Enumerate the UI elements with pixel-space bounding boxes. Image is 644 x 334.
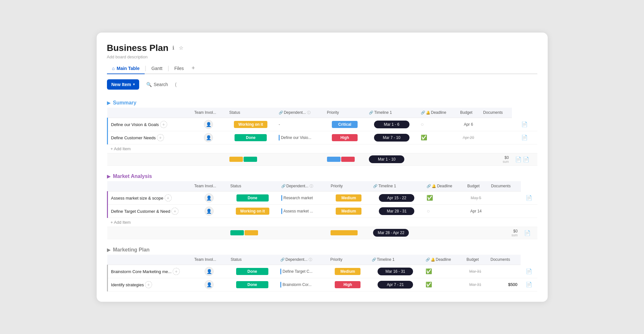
main-card: Business Plan ℹ ☆ Add board description …: [97, 33, 548, 302]
deadline-cell: May 5: [464, 191, 488, 204]
info-icon: ⓘ: [310, 184, 313, 188]
status-cell[interactable]: Done: [227, 191, 278, 204]
tab-files[interactable]: Files: [169, 63, 189, 74]
add-item-row[interactable]: + Add Item: [107, 218, 537, 227]
priority-cell[interactable]: Medium: [327, 204, 370, 218]
bar-done: [230, 230, 244, 235]
section-summary-header[interactable]: ▶ Summary: [107, 97, 537, 108]
priority-cell[interactable]: Medium: [327, 265, 368, 278]
th-dep: 🔗Dependent... ⓘ: [278, 181, 328, 192]
add-person-button[interactable]: +: [145, 281, 152, 288]
priority-badge: Medium: [335, 268, 360, 275]
deadline-value: May 5: [471, 196, 481, 200]
dependency-cell: Define Target C...: [277, 265, 327, 278]
status-cell[interactable]: Working on it: [227, 204, 278, 218]
totals-timeline-cell: Mar 1 - 10: [366, 153, 417, 165]
deadline-value: Apr 20: [463, 135, 474, 140]
status-cell[interactable]: Done: [227, 265, 277, 278]
status-cell[interactable]: Done: [226, 131, 275, 144]
section-market-title: Market Analysis: [113, 173, 152, 179]
totals-check-cell: [423, 227, 464, 239]
docs-cell: 📄: [521, 191, 537, 204]
add-item-cell[interactable]: + Add Item: [107, 144, 537, 153]
add-person-button[interactable]: +: [160, 121, 167, 128]
table-row: Identify strategies + 👤 Done Brainstorm …: [107, 278, 537, 291]
page-header: Business Plan ℹ ☆: [107, 43, 537, 53]
timeline-cell: Apr 15 - 22: [370, 191, 423, 204]
add-item-cell[interactable]: + Add Item: [107, 218, 537, 227]
th-budget: Budget: [463, 255, 487, 265]
document-icon: 📄: [515, 157, 522, 162]
check-icon: ✅: [426, 269, 432, 274]
dependency-cell: Define our Visio...: [275, 131, 324, 144]
budget-cell: $500: [487, 278, 521, 291]
th-team: Team Invol...: [191, 181, 227, 192]
add-person-button[interactable]: +: [165, 194, 172, 201]
timeline-badge: Apr 7 - 21: [378, 281, 413, 289]
th-budget: Budget: [457, 108, 480, 118]
docs-cell: 📄: [521, 265, 537, 278]
th-status: Status: [227, 255, 277, 265]
circle-icon: ○: [421, 122, 424, 127]
priority-cell[interactable]: High: [324, 131, 366, 144]
budget-sum-value: $0 sum: [483, 155, 509, 163]
priority-badge: Medium: [336, 208, 361, 215]
deadline-value: Apr 14: [470, 209, 482, 213]
table-row: Brainstorm Core Marketing me... + 👤 Done…: [107, 265, 537, 278]
tab-gantt[interactable]: Gantt: [146, 63, 168, 74]
chevron-down-icon: ▾: [133, 83, 135, 86]
add-person-button[interactable]: +: [173, 268, 180, 275]
totals-deadline-cell: [464, 227, 488, 239]
deadline-value: Mar 31: [469, 282, 481, 287]
marketing-header-row: Team Invol... Status 🔗Dependent... ⓘ Pri…: [107, 255, 537, 265]
add-item-row[interactable]: + Add Item: [107, 144, 537, 153]
priority-badge: Critical: [332, 121, 358, 128]
deadline-check-cell: ✅: [422, 265, 464, 278]
priority-cell[interactable]: High: [327, 278, 368, 291]
tab-add-button[interactable]: +: [189, 64, 197, 73]
th-team: Team Invol...: [191, 108, 226, 118]
status-cell[interactable]: Working on it: [226, 118, 275, 131]
status-summary-bars: [230, 230, 275, 235]
timeline-cell: Mar 1 - 6: [366, 118, 417, 131]
avatar: 👤: [205, 193, 214, 202]
team-cell: 👤: [191, 131, 226, 144]
document-icon: 📄: [521, 122, 528, 127]
totals-name-cell: [107, 153, 191, 165]
check-icon: ✅: [427, 195, 433, 201]
tab-main-table[interactable]: ⌂ Main Table: [107, 63, 145, 74]
section-marketing-header[interactable]: ▶ Marketing Plan: [107, 244, 537, 255]
team-cell: 👤: [191, 278, 227, 291]
document-icon: 📄: [526, 195, 532, 201]
star-button[interactable]: ☆: [178, 44, 184, 52]
link-icon-3: 🔗: [421, 111, 425, 114]
board-description[interactable]: Add board description: [107, 54, 537, 59]
th-status: Status: [226, 108, 275, 118]
priority-badge: Medium: [336, 194, 361, 201]
add-person-button[interactable]: +: [171, 208, 178, 215]
link-icon-2: 🔗: [373, 184, 378, 188]
deadline-check-cell: ○: [418, 118, 457, 131]
market-table: Team Invol... Status 🔗Dependent... ⓘ Pri…: [107, 181, 537, 239]
new-item-button[interactable]: New Item ▾: [107, 79, 139, 90]
th-status: Status: [227, 181, 278, 192]
priority-cell[interactable]: Medium: [327, 191, 370, 204]
budget-cell: [488, 191, 521, 204]
th-team: Team Invol...: [191, 255, 227, 265]
info-button[interactable]: ℹ: [172, 44, 175, 52]
priority-cell[interactable]: Critical: [324, 118, 366, 131]
search-button[interactable]: 🔍 Search: [143, 80, 171, 89]
market-header-row: Team Invol... Status 🔗Dependent... ⓘ Pri…: [107, 181, 537, 192]
status-cell[interactable]: Done: [227, 278, 277, 291]
link-icon-2: 🔗: [372, 258, 376, 261]
section-market-analysis: ▶ Market Analysis Team Invol... Status 🔗…: [107, 171, 537, 239]
budget-cell: [480, 131, 512, 144]
timeline-badge: Apr 15 - 22: [379, 194, 414, 202]
docs-cell: 📄: [521, 278, 537, 291]
add-person-button[interactable]: +: [157, 134, 164, 141]
table-row: Assess market size & scope + 👤 Done Rese…: [107, 191, 537, 204]
budget-cell: [480, 118, 512, 131]
marketing-table: Team Invol... Status 🔗Dependent... ⓘ Pri…: [107, 255, 537, 291]
home-icon: ⌂: [112, 66, 115, 71]
section-market-header[interactable]: ▶ Market Analysis: [107, 171, 537, 181]
